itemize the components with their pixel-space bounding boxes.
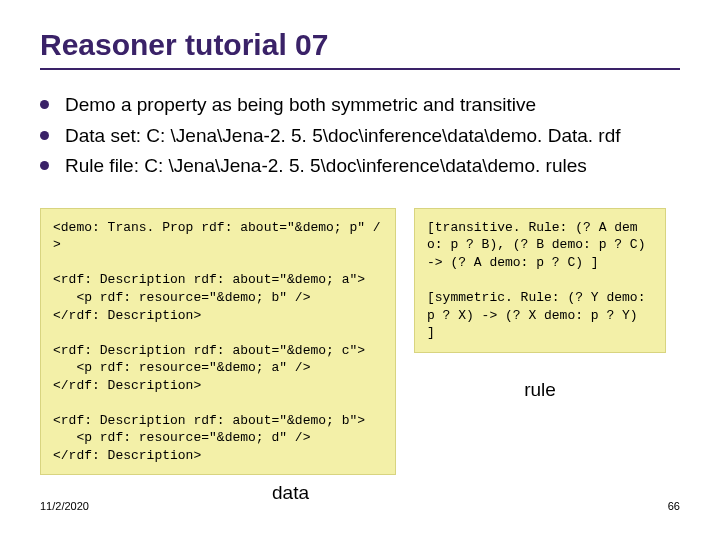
bullet-icon [40,161,49,170]
bullet-item: Rule file: C: \Jena\Jena-2. 5. 5\doc\inf… [40,153,680,180]
bullet-icon [40,131,49,140]
bullet-item: Demo a property as being both symmetric … [40,92,680,119]
data-code-box: <demo: Trans. Prop rdf: about="&demo; p"… [40,208,396,476]
bullet-item: Data set: C: \Jena\Jena-2. 5. 5\doc\infe… [40,123,680,150]
bullet-icon [40,100,49,109]
rule-code-box: [transitive. Rule: (? A demo: p ? B), (?… [414,208,666,353]
code-boxes-row: <demo: Trans. Prop rdf: about="&demo; p"… [40,208,680,476]
right-column: [transitive. Rule: (? A demo: p ? B), (?… [414,208,666,401]
footer-date: 11/2/2020 [40,500,89,512]
title-underline [40,68,680,70]
data-label: data [272,482,309,504]
slide: Reasoner tutorial 07 Demo a property as … [0,0,720,540]
rule-label: rule [414,379,666,401]
bullet-text: Data set: C: \Jena\Jena-2. 5. 5\doc\infe… [65,123,621,150]
bullet-text: Rule file: C: \Jena\Jena-2. 5. 5\doc\inf… [65,153,587,180]
slide-title: Reasoner tutorial 07 [40,28,680,62]
footer-page: 66 [668,500,680,512]
bullet-list: Demo a property as being both symmetric … [40,92,680,180]
bullet-text: Demo a property as being both symmetric … [65,92,536,119]
